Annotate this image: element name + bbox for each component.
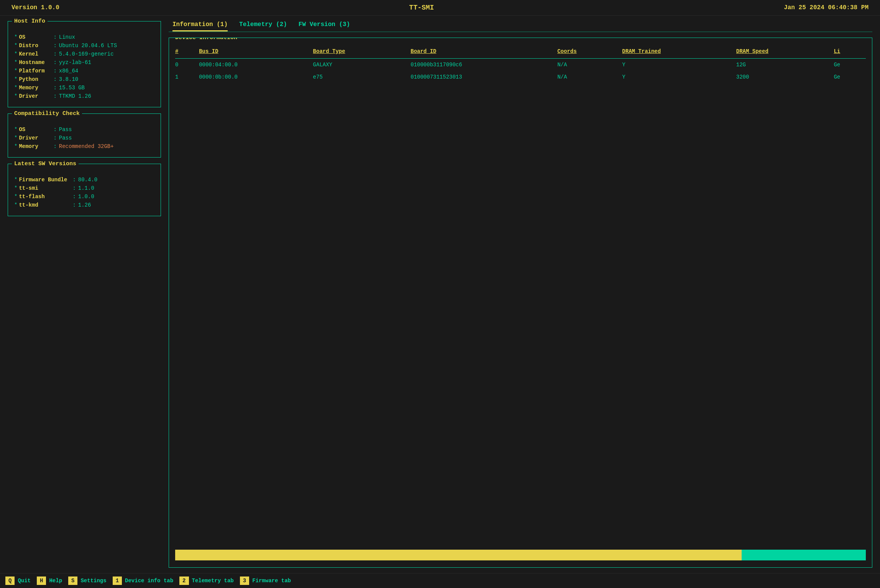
asterisk: * — [14, 34, 17, 40]
tab-information[interactable]: Information (1) — [172, 21, 228, 31]
device-table-body: 00000:04:00.0GALAXY010000b3117090c6N/AY1… — [175, 59, 866, 84]
info-value: 15.53 GB — [59, 85, 85, 91]
device-info-title: Device Information — [173, 38, 866, 41]
host-info-row: * Kernel : 5.4.0-169-generic — [14, 51, 154, 57]
asterisk: * — [14, 51, 17, 57]
latest-sw-rows: * Firmware Bundle : 80.4.0 * tt-smi : 1.… — [14, 177, 154, 208]
info-colon: : — [53, 93, 56, 99]
footer-item[interactable]: H Help — [37, 577, 67, 585]
table-cell: Y — [622, 59, 736, 71]
progress-area — [175, 546, 866, 562]
info-colon: : — [72, 177, 76, 183]
main-content: Host Info * OS : Linux * Distro : Ubuntu… — [0, 16, 880, 573]
info-key: Memory — [19, 85, 53, 91]
info-value: 5.4.0-169-generic — [59, 51, 114, 57]
asterisk: * — [14, 126, 17, 133]
info-key: tt-kmd — [19, 202, 72, 208]
version-label: Version 1.0.0 — [11, 4, 59, 11]
table-cell: N/A — [557, 71, 622, 83]
info-colon: : — [72, 194, 76, 200]
table-cell: GALAXY — [313, 59, 411, 71]
device-info-panel: Device Information # Bus ID Board Type B… — [169, 38, 872, 568]
asterisk: * — [14, 59, 17, 66]
col-board-id: Board ID — [410, 46, 557, 59]
col-dram-speed: DRAM Speed — [736, 46, 834, 59]
info-key: tt-flash — [19, 194, 72, 200]
footer-item[interactable]: S Settings — [68, 577, 112, 585]
col-num: # — [175, 46, 199, 59]
info-key: Memory — [19, 143, 53, 149]
table-row: 10000:0b:00.0e750100007311523013N/AY3200… — [175, 71, 866, 83]
footer-label: Telemetry tab — [189, 577, 239, 585]
host-info-row: * Driver : TTKMD 1.26 — [14, 93, 154, 99]
table-cell: 0000:0b:00.0 — [199, 71, 313, 83]
host-info-row: * Python : 3.8.10 — [14, 76, 154, 82]
table-cell: Ge — [834, 71, 866, 83]
info-value: x86_64 — [59, 68, 78, 74]
info-value: 1.1.0 — [78, 185, 94, 191]
tab-divider — [169, 31, 872, 32]
footer-key: 1 — [113, 577, 122, 585]
info-colon: : — [53, 143, 56, 149]
info-key: OS — [19, 34, 53, 40]
sw-row: * Firmware Bundle : 80.4.0 — [14, 177, 154, 183]
host-info-row: * Memory : 15.53 GB — [14, 85, 154, 91]
footer: Q Quit H Help S Settings 1 Device info t… — [0, 573, 880, 588]
info-value: 1.0.0 — [78, 194, 94, 200]
footer-item[interactable]: Q Quit — [5, 577, 36, 585]
info-value: Recommended 32GB+ — [59, 143, 114, 149]
info-key: Driver — [19, 135, 53, 141]
table-cell: N/A — [557, 59, 622, 71]
tab-bar: Information (1) Telemetry (2) FW Version… — [169, 21, 872, 31]
info-key: Hostname — [19, 59, 53, 66]
info-value: Pass — [59, 126, 72, 133]
col-bus-id: Bus ID — [199, 46, 313, 59]
asterisk: * — [14, 135, 17, 141]
datetime-label: Jan 25 2024 06:40:38 PM — [784, 4, 869, 11]
info-key: OS — [19, 126, 53, 133]
info-value: Ubuntu 20.04.6 LTS — [59, 43, 117, 49]
asterisk: * — [14, 143, 17, 149]
host-info-row: * Distro : Ubuntu 20.04.6 LTS — [14, 43, 154, 49]
footer-key: Q — [5, 577, 15, 585]
table-cell: 0100007311523013 — [410, 71, 557, 83]
footer-item[interactable]: 1 Device info tab — [113, 577, 179, 585]
info-value: yyz-lab-61 — [59, 59, 91, 66]
asterisk: * — [14, 93, 17, 99]
table-row: 00000:04:00.0GALAXY010000b3117090c6N/AY1… — [175, 59, 866, 71]
progress-bar-yellow — [175, 550, 742, 560]
host-info-row: * Platform : x86_64 — [14, 68, 154, 74]
tab-fw-version[interactable]: FW Version (3) — [299, 21, 350, 31]
footer-item[interactable]: 3 Firmware tab — [240, 577, 296, 585]
footer-key: H — [37, 577, 46, 585]
host-info-title: Host Info — [12, 18, 48, 25]
table-cell: 010000b3117090c6 — [410, 59, 557, 71]
sw-row: * tt-kmd : 1.26 — [14, 202, 154, 208]
table-cell: Ge — [834, 59, 866, 71]
footer-label: Device info tab — [122, 577, 179, 585]
footer-item[interactable]: 2 Telemetry tab — [179, 577, 239, 585]
tab-telemetry[interactable]: Telemetry (2) — [239, 21, 287, 31]
footer-key: 2 — [179, 577, 189, 585]
info-value: 1.26 — [78, 202, 91, 208]
asterisk: * — [14, 68, 17, 74]
compat-row: * Memory : Recommended 32GB+ — [14, 143, 154, 149]
device-table-header: # Bus ID Board Type Board ID Coords DRAM… — [175, 46, 866, 59]
host-info-row: * Hostname : yyz-lab-61 — [14, 59, 154, 66]
compat-check-box: Compatibility Check * OS : Pass * Driver… — [8, 113, 161, 158]
footer-label: Quit — [15, 577, 36, 585]
info-key: Kernel — [19, 51, 53, 57]
compat-check-title: Compatibility Check — [12, 110, 82, 117]
asterisk: * — [14, 177, 17, 183]
compat-row: * OS : Pass — [14, 126, 154, 133]
asterisk: * — [14, 202, 17, 208]
info-value: 3.8.10 — [59, 76, 78, 82]
info-colon: : — [53, 43, 56, 49]
col-li: Li — [834, 46, 866, 59]
host-info-box: Host Info * OS : Linux * Distro : Ubuntu… — [8, 21, 161, 107]
asterisk: * — [14, 76, 17, 82]
col-coords: Coords — [557, 46, 622, 59]
app-title: TT-SMI — [409, 4, 434, 11]
info-colon: : — [53, 59, 56, 66]
footer-label: Settings — [77, 577, 112, 585]
